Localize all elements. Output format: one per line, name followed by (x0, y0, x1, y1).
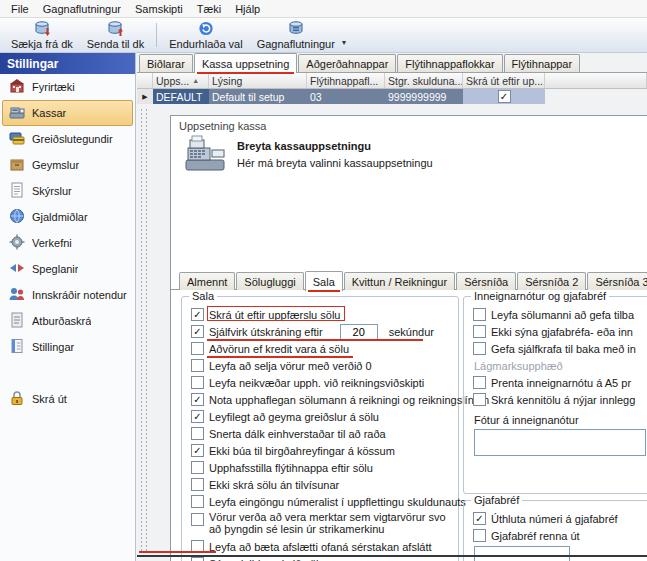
checkbox-label[interactable]: Snerta dálk einhverstaðar til að raða (209, 428, 386, 440)
checkbox[interactable] (473, 325, 486, 338)
dropdown-caret-icon[interactable]: ▾ (342, 38, 346, 47)
checkbox-label[interactable]: Leyfa að selja vörur með verðið 0 (209, 360, 372, 372)
cb-row-skra-ut-eftir-uppfaerslu[interactable]: ✓ Skrá út eftir uppfærslu sölu (182, 306, 458, 323)
checkbox-label[interactable]: Leyfa eingöngu númeralist í uppflettingu… (209, 496, 466, 508)
inneign-footer-input[interactable] (474, 429, 646, 456)
checkbox[interactable] (473, 529, 486, 542)
cell-lysing[interactable]: Default til setup (209, 89, 307, 104)
checkbox[interactable]: ✓ (473, 512, 486, 525)
dtab-kvittun-reikningur[interactable]: Kvittun / Reikningur (344, 272, 455, 290)
menu-file[interactable]: File (4, 2, 36, 16)
cb-row-vigtarvorur[interactable]: Vörur verða að vera merktar sem vigtarvö… (182, 510, 458, 538)
grid-column-skra-ut[interactable]: Skrá út eftir up... (463, 73, 545, 88)
checkbox-label[interactable]: Skrá út eftir uppfærslu sölu (209, 309, 340, 321)
send-to-dk-button[interactable]: Senda til dk (80, 19, 151, 51)
dtab-solugluggi[interactable]: Sölugluggi (236, 272, 303, 290)
checkbox[interactable] (191, 513, 204, 526)
fetch-from-dk-button[interactable]: Sækja frá dk (4, 19, 80, 51)
checkbox-label[interactable]: Upphafsstilla flýtihnappa eftir sölu (209, 462, 373, 474)
cb-row-uthluta-numeri[interactable]: ✓Úthluta númeri á gjafabréf (464, 510, 647, 527)
reload-selection-button[interactable]: Endurhlaða val (162, 19, 249, 51)
grid-column-upps[interactable]: Upps...▲ (153, 73, 209, 88)
checkbox-label[interactable]: Ekki skrá sölu án tilvísunar (209, 479, 339, 491)
sidebar-item-atburdaskra[interactable]: Atburðaskrá (2, 308, 133, 334)
grid-column-flytihnappafl[interactable]: Flýtihnappafl... (307, 73, 385, 88)
dtab-sala[interactable]: Sala (305, 271, 343, 291)
cell-stgr-skulduna[interactable]: 9999999999 (385, 89, 463, 104)
sidebar-item-skyrslur[interactable]: Skýrslur (2, 178, 133, 204)
checkbox[interactable]: ✓ (191, 325, 204, 338)
checkbox-label[interactable]: Ekki sýna gjafabréfa- eða inn (491, 326, 633, 338)
sidebar-item-innskradir-notendur[interactable]: Innskráðir notendur (2, 282, 133, 308)
splitter-grip[interactable] (139, 108, 149, 552)
cb-row[interactable]: Leyfa að selja vörur með verðið 0 (182, 357, 458, 374)
cb-row[interactable]: Snerta dálk einhverstaðar til að raða (182, 425, 458, 442)
logout-seconds-input[interactable] (340, 324, 378, 340)
checkbox[interactable] (191, 376, 204, 389)
checkbox-label[interactable]: Leyfa sölumanni að gefa tilba (491, 309, 634, 321)
cb-row[interactable]: Upphafsstilla flýtihnappa eftir sölu (182, 459, 458, 476)
cb-row[interactable]: Gefa sjálfkrafa til baka með in (464, 340, 647, 357)
checkbox-label[interactable]: Vörur verða að vera merktar sem vigtarvö… (209, 511, 447, 535)
grid-column-stgr-skulduna[interactable]: Stgr. skulduna... (385, 73, 463, 88)
checkbox[interactable] (473, 342, 486, 355)
checkbox-label[interactable]: Leyfa að bæta afslætti ofaná sérstakan a… (209, 541, 432, 553)
tab-adgerdahnappar[interactable]: Aðgerðahnappar (298, 54, 396, 72)
dtab-almennt[interactable]: Almennt (179, 272, 235, 290)
checkbox[interactable] (473, 393, 486, 406)
sidebar-item-skra-ut[interactable]: Skrá út (2, 386, 133, 412)
cb-row[interactable]: Leyfa eingöngu númeralist í uppflettingu… (182, 493, 458, 510)
cb-row-sjalfvirk-utskraning[interactable]: ✓ Sjálfvirk útskráning eftir sekúndur (182, 323, 458, 340)
menu-gagnaflutningur[interactable]: Gagnaflutningur (36, 2, 128, 16)
cb-row[interactable]: ✓Nota upphaflegan sölumann á reikningi o… (182, 391, 458, 408)
menu-samskipti[interactable]: Samskipti (128, 2, 190, 16)
sidebar-item-greidslutegundir[interactable]: Greiðslutegundir (2, 126, 133, 152)
grid-column-lysing[interactable]: Lýsing (209, 73, 307, 88)
cb-row[interactable]: Leyfa neikvæðar upph. við reikningsviðsk… (182, 374, 458, 391)
tab-flytihnappaflokkar[interactable]: Flýtihnappaflokkar (397, 54, 502, 72)
cell-flytihnappafl[interactable]: 03 (307, 89, 385, 104)
cb-row[interactable]: Prenta inneignarnótu á A5 pr (464, 374, 647, 391)
sidebar-item-stillingar[interactable]: Stillingar (2, 334, 133, 360)
gjafabref-field[interactable] (474, 546, 570, 561)
sidebar-item-fyrirtaeki[interactable]: Fyrirtæki (2, 74, 133, 100)
checkbox[interactable] (473, 308, 486, 321)
cb-row[interactable]: Leyfa sölumanni að gefa tilba (464, 306, 647, 323)
checkbox[interactable]: ✓ (191, 393, 204, 406)
cb-row-gjafabref-renna-ut[interactable]: Gjafabréf renna út (464, 527, 647, 544)
sidebar-item-gjaldmidlar[interactable]: Gjaldmiðlar (2, 204, 133, 230)
sidebar-item-geymslur[interactable]: Geymslur (2, 152, 133, 178)
checkbox-label[interactable]: Skrá kennitölu á nýjar innlegg (491, 394, 635, 406)
checkbox[interactable] (191, 495, 204, 508)
dtab-sersnida-2[interactable]: Sérsníða 2 (517, 272, 586, 290)
tab-bidlarar[interactable]: Biðlarar (139, 54, 193, 72)
checkbox-label[interactable]: Gefa sjálfkrafa til baka með in (491, 343, 636, 355)
checkbox[interactable] (473, 376, 486, 389)
checkbox[interactable] (191, 557, 204, 561)
data-transfer-button[interactable]: Gagnaflutningur (250, 19, 342, 51)
grid-row-default[interactable]: ▶ DEFAULT Default til setup 03 999999999… (137, 89, 647, 104)
cb-row[interactable]: Ekki skrá sölu án tilvísunar (182, 476, 458, 493)
tab-flytihnappar[interactable]: Flýtihnappar (504, 54, 581, 72)
checkbox[interactable]: ✓ (191, 444, 204, 457)
cell-upps[interactable]: DEFAULT (153, 89, 209, 104)
sidebar-item-verkefni[interactable]: Verkefni (2, 230, 133, 256)
cb-row[interactable]: Ekki sýna gjafabréfa- eða inn (464, 323, 647, 340)
checkbox-label[interactable]: Ekki búa til birgðahreyfingar á kössum (209, 445, 395, 457)
menu-taeki[interactable]: Tæki (190, 2, 228, 16)
dtab-sersnida[interactable]: Sérsníða (456, 272, 516, 290)
cb-row[interactable]: ✓Leyfilegt að geyma greiðslur á sölu (182, 408, 458, 425)
tab-kassa-uppsetning[interactable]: Kassa uppsetning (194, 53, 297, 73)
checkbox-label[interactable]: Gjafabréf renna út (491, 530, 580, 542)
menu-hjalp[interactable]: Hjálp (228, 2, 267, 16)
checkbox[interactable] (191, 478, 204, 491)
cb-row-advorun-kredit[interactable]: Aðvörun ef kredit vara á sölu (182, 340, 458, 357)
cb-row[interactable]: ✓Ekki búa til birgðahreyfingar á kössum (182, 442, 458, 459)
checkbox[interactable] (191, 427, 204, 440)
checkbox-label[interactable]: Aðvörun ef kredit vara á sölu (209, 343, 349, 355)
checkbox[interactable]: ✓ (191, 308, 204, 321)
checkbox-label[interactable]: Leyfa neikvæðar upph. við reikningsviðsk… (209, 377, 424, 389)
row-checkbox[interactable]: ✓ (498, 90, 511, 103)
dtab-sersnida-3[interactable]: Sérsníða 3 (587, 272, 647, 290)
checkbox[interactable] (191, 359, 204, 372)
